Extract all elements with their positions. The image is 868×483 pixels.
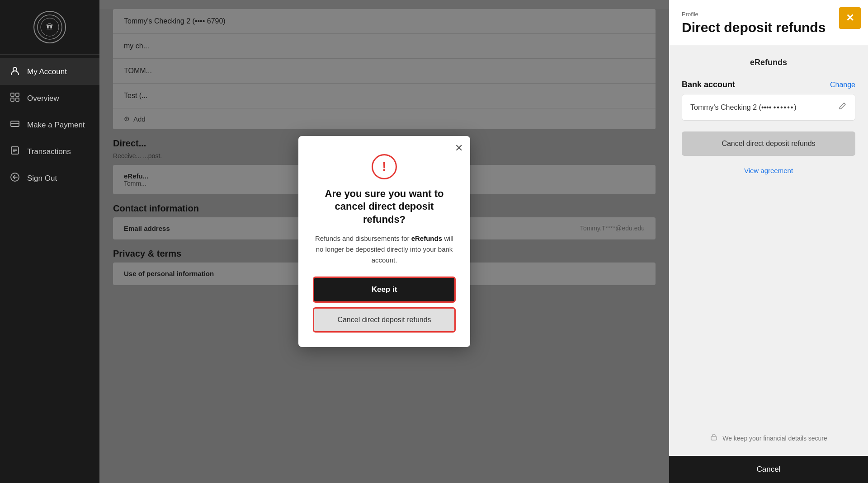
- svg-rect-15: [711, 436, 717, 440]
- svg-rect-7: [16, 98, 19, 101]
- sidebar-item-make-payment[interactable]: Make a Payment: [0, 112, 99, 138]
- sidebar-item-label: Transactions: [27, 147, 71, 156]
- sidebar-item-overview[interactable]: Overview: [0, 85, 99, 112]
- sidebar-item-label: My Account: [27, 67, 67, 76]
- panel-body: eRefunds Bank account Change Tommy's Che…: [669, 45, 868, 456]
- svg-rect-8: [11, 121, 19, 127]
- overview-icon: [9, 92, 21, 104]
- my-account-icon: [9, 66, 21, 78]
- panel-title: Direct deposit refunds: [682, 19, 855, 36]
- sidebar-item-my-account[interactable]: My Account: [0, 58, 99, 85]
- cancel-direct-deposit-button[interactable]: Cancel direct deposit refunds: [313, 307, 456, 333]
- svg-text:🏛: 🏛: [46, 23, 53, 31]
- svg-rect-5: [16, 93, 19, 96]
- sign-out-icon: [9, 172, 21, 184]
- erefunds-section-title: eRefunds: [682, 58, 855, 67]
- sidebar-item-sign-out[interactable]: Sign Out: [0, 165, 99, 192]
- modal-body-intro: Refunds and disbursements for: [315, 234, 411, 242]
- modal-body: Refunds and disbursements for eRefunds w…: [313, 233, 456, 266]
- keep-it-button[interactable]: Keep it: [313, 277, 456, 303]
- sidebar-item-label: Sign Out: [27, 174, 57, 183]
- transactions-icon: [9, 145, 21, 158]
- panel-header: Profile Direct deposit refunds: [669, 0, 868, 45]
- sidebar: 🏛 My Account Overview: [0, 0, 99, 483]
- bank-account-section: Bank account Change Tommy's Checking 2 (…: [682, 80, 855, 121]
- security-note: We keep your financial details secure: [682, 433, 855, 443]
- modal-close-button[interactable]: ✕: [455, 142, 463, 154]
- warning-icon-circle: !: [372, 154, 397, 179]
- lock-icon: [710, 433, 718, 443]
- right-panel: ✕ Profile Direct deposit refunds eRefund…: [669, 0, 868, 483]
- svg-rect-4: [11, 93, 14, 96]
- sidebar-item-label: Overview: [27, 94, 59, 103]
- panel-profile-label: Profile: [682, 11, 855, 18]
- cancel-direct-deposit-refunds-button[interactable]: Cancel direct deposit refunds: [682, 131, 855, 156]
- main-content-area: Tommy's Checking 2 (•••• 6790) my ch... …: [99, 0, 669, 483]
- svg-rect-6: [11, 98, 14, 101]
- panel-close-button[interactable]: ✕: [839, 7, 861, 29]
- modal-title: Are you sure you want to cancel direct d…: [313, 188, 456, 226]
- bank-account-label: Bank account: [682, 80, 735, 89]
- bank-account-card: Tommy's Checking 2 (•••• ••••••): [682, 94, 855, 121]
- view-agreement-link[interactable]: View agreement: [682, 167, 855, 174]
- bank-account-name: Tommy's Checking 2 (•••• ••••••): [690, 103, 797, 112]
- payment-icon: [9, 119, 21, 131]
- panel-footer-cancel-button[interactable]: Cancel: [669, 456, 868, 483]
- sidebar-item-transactions[interactable]: Transactions: [0, 138, 99, 165]
- sidebar-logo: 🏛: [0, 0, 99, 55]
- bank-account-header: Bank account Change: [682, 80, 855, 89]
- confirm-cancel-modal: ✕ ! Are you sure you want to cancel dire…: [298, 136, 470, 347]
- modal-overlay: ✕ ! Are you sure you want to cancel dire…: [99, 0, 669, 483]
- sidebar-navigation: My Account Overview Make a Payment: [0, 55, 99, 195]
- institution-logo: 🏛: [33, 11, 66, 43]
- svg-point-3: [13, 67, 17, 71]
- modal-body-bold: eRefunds: [411, 234, 442, 242]
- security-text: We keep your financial details secure: [722, 435, 827, 442]
- exclamation-icon: !: [382, 160, 386, 173]
- edit-icon[interactable]: [838, 102, 847, 113]
- change-link[interactable]: Change: [830, 81, 855, 89]
- sidebar-item-label: Make a Payment: [27, 121, 85, 130]
